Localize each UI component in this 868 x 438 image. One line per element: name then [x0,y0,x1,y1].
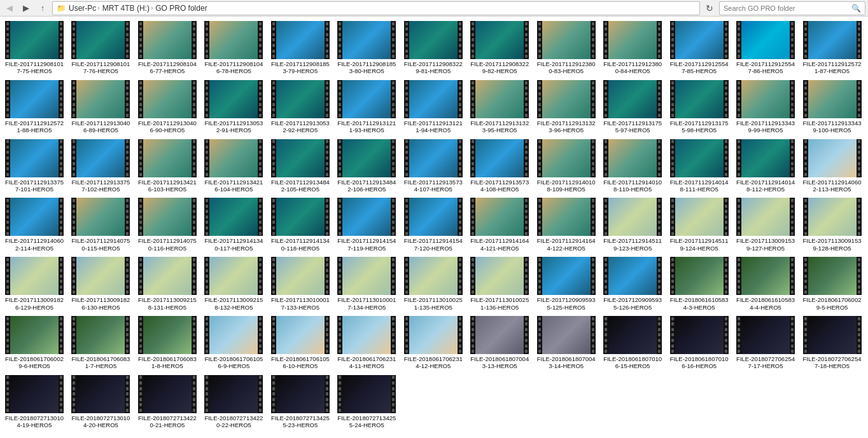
refresh-button[interactable]: ↻ [703,1,717,15]
list-item[interactable]: FILE-20180616105834-4-HERO5 [734,255,797,313]
list-item[interactable]: FILE-20180727130104-20-HERO5 [69,373,132,431]
list-item[interactable]: FILE-20171129140602-113-HERO5 [801,137,864,195]
list-item[interactable]: FILE-20180617060831-8-HERO5 [136,314,199,372]
film-strip-right [657,198,662,236]
list-item[interactable]: FILE-20171129134216-104-HERO5 [202,137,265,195]
list-item[interactable]: FILE-20171129125547-86-HERO5 [734,19,797,77]
film-strip-left [71,80,76,118]
list-item[interactable]: FILE-20171129135734-108-HERO5 [468,137,531,195]
back-button[interactable]: ◀ [3,1,17,15]
list-item[interactable]: FILE-20171129140148-112-HERO5 [734,137,797,195]
film-strip-right [591,316,596,354]
list-item[interactable]: FILE-20171129140108-110-HERO5 [601,137,664,195]
list-item[interactable]: FILE-20180616105834-3-HERO5 [668,255,731,313]
list-item[interactable]: FILE-20171129123800-84-HERO5 [601,19,664,77]
list-item[interactable]: FILE-20171129134842-105-HERO5 [269,137,332,195]
list-item[interactable]: FILE-20180617062314-12-HERO5 [402,314,465,372]
list-item[interactable]: FILE-20171129140602-114-HERO5 [3,196,66,254]
forward-button[interactable]: ▶ [19,1,33,15]
film-strip-right [391,198,396,236]
list-item[interactable]: FILE-20180727062547-18-HERO5 [801,314,864,372]
list-item[interactable]: FILE-20171130100251-135-HERO5 [402,255,465,313]
film-strip-left [736,21,741,59]
list-item[interactable]: FILE-20171129131323-96-HERO5 [535,78,598,136]
list-item[interactable]: FILE-20180617061056-10-HERO5 [269,314,332,372]
list-item[interactable]: FILE-20171129131323-95-HERO5 [468,78,531,136]
list-item[interactable]: FILE-20171129140750-115-HERO5 [69,196,132,254]
list-item[interactable]: FILE-20180617062314-11-HERO5 [335,314,398,372]
list-item[interactable]: FILE-20171129135734-107-HERO5 [402,137,465,195]
list-item[interactable]: FILE-20171129081017-75-HERO5 [3,19,66,77]
thumbnail [603,139,662,177]
list-item[interactable]: FILE-20171129140108-109-HERO5 [535,137,598,195]
list-item[interactable]: FILE-20171129140148-111-HERO5 [668,137,731,195]
list-item[interactable]: FILE-20171129141547-120-HERO5 [402,196,465,254]
film-strip-right [857,198,862,236]
list-item[interactable]: FILE-20171130091826-129-HERO5 [3,255,66,313]
search-box[interactable]: 🔍 [719,1,865,15]
up-button[interactable]: ↑ [36,1,50,15]
list-item[interactable]: FILE-20171129131211-94-HERO5 [402,78,465,136]
list-item[interactable]: FILE-20180727130104-19-HERO5 [3,373,66,431]
list-item[interactable]: FILE-20171129141340-118-HERO5 [269,196,332,254]
list-item[interactable]: FILE-20171129130406-89-HERO5 [69,78,132,136]
list-item[interactable]: FILE-20180618070043-13-HERO5 [468,314,531,372]
list-item[interactable]: FILE-20171129134842-106-HERO5 [335,137,398,195]
list-item[interactable]: FILE-20171129133757-102-HERO5 [69,137,132,195]
list-item[interactable]: FILE-20171129125721-87-HERO5 [801,19,864,77]
list-item[interactable]: FILE-20171209095935-125-HERO5 [535,255,598,313]
list-item[interactable]: FILE-20171129131211-93-HERO5 [335,78,398,136]
list-item[interactable]: FILE-20171129141547-119-HERO5 [335,196,398,254]
list-item[interactable]: FILE-20171129081017-76-HERO5 [69,19,132,77]
list-item[interactable]: FILE-20171130100017-134-HERO5 [335,255,398,313]
list-item[interactable]: FILE-20171129141340-117-HERO5 [202,196,265,254]
list-item[interactable]: FILE-20171129130532-92-HERO5 [269,78,332,136]
list-item[interactable]: FILE-20171130092158-131-HERO5 [136,255,199,313]
list-item[interactable]: FILE-20171129125721-88-HERO5 [3,78,66,136]
address-bar[interactable]: 📁 User-Pc › MRT 4TB (H:) › GO PRO folder [52,1,700,15]
list-item[interactable]: FILE-20171129131755-97-HERO5 [601,78,664,136]
list-item[interactable]: FILE-20171130100017-133-HERO5 [269,255,332,313]
list-item[interactable]: FILE-20180727062547-17-HERO5 [734,314,797,372]
list-item[interactable]: FILE-20171129133757-101-HERO5 [3,137,66,195]
list-item[interactable]: FILE-20180618070106-16-HERO5 [668,314,731,372]
list-item[interactable]: FILE-20171129083229-82-HERO5 [468,19,531,77]
list-item[interactable]: FILE-20171129133439-99-HERO5 [734,78,797,136]
list-item[interactable]: FILE-20171129140750-116-HERO5 [136,196,199,254]
list-item[interactable]: FILE-20171129130406-90-HERO5 [136,78,199,136]
list-item[interactable]: FILE-20171209095935-126-HERO5 [601,255,664,313]
list-item[interactable]: FILE-20171129081853-79-HERO5 [269,19,332,77]
list-item[interactable]: FILE-20180727134220-22-HERO5 [202,373,265,431]
thumb-content [475,257,524,295]
search-input[interactable] [724,4,849,12]
list-item[interactable]: FILE-20171130091539-128-HERO5 [801,196,864,254]
list-item[interactable]: FILE-20171129133439-100-HERO5 [801,78,864,136]
list-item[interactable]: FILE-20171129145119-123-HERO5 [601,196,664,254]
file-label: FILE-20171129145119-124-HERO5 [669,237,730,252]
list-item[interactable]: FILE-20171129081046-78-HERO5 [202,19,265,77]
list-item[interactable]: FILE-20171130091539-127-HERO5 [734,196,797,254]
list-item[interactable]: FILE-20180618070043-14-HERO5 [535,314,598,372]
list-item[interactable]: FILE-20180618070106-15-HERO5 [601,314,664,372]
list-item[interactable]: FILE-20171130091826-130-HERO5 [69,255,132,313]
list-item[interactable]: FILE-20171129145119-124-HERO5 [668,196,731,254]
list-item[interactable]: FILE-20171129141644-121-HERO5 [468,196,531,254]
list-item[interactable]: FILE-20180617060029-5-HERO5 [801,255,864,313]
list-item[interactable]: FILE-20180617060831-7-HERO5 [69,314,132,372]
list-item[interactable]: FILE-20171129083229-81-HERO5 [402,19,465,77]
list-item[interactable]: FILE-20171129081853-80-HERO5 [335,19,398,77]
list-item[interactable]: FILE-20180617060029-6-HERO5 [3,314,66,372]
list-item[interactable]: FILE-20171129130532-91-HERO5 [202,78,265,136]
list-item[interactable]: FILE-20171129081046-77-HERO5 [136,19,199,77]
list-item[interactable]: FILE-20171129131755-98-HERO5 [668,78,731,136]
list-item[interactable]: FILE-20180727134255-24-HERO5 [335,373,398,431]
list-item[interactable]: FILE-20171130100251-136-HERO5 [468,255,531,313]
list-item[interactable]: FILE-20171130092158-132-HERO5 [202,255,265,313]
list-item[interactable]: FILE-20180727134220-21-HERO5 [136,373,199,431]
list-item[interactable]: FILE-20171129123800-83-HERO5 [535,19,598,77]
list-item[interactable]: FILE-20171129141644-122-HERO5 [535,196,598,254]
list-item[interactable]: FILE-20180727134255-23-HERO5 [269,373,332,431]
list-item[interactable]: FILE-20180617061056-9-HERO5 [202,314,265,372]
list-item[interactable]: FILE-20171129134216-103-HERO5 [136,137,199,195]
list-item[interactable]: FILE-20171129125547-85-HERO5 [668,19,731,77]
